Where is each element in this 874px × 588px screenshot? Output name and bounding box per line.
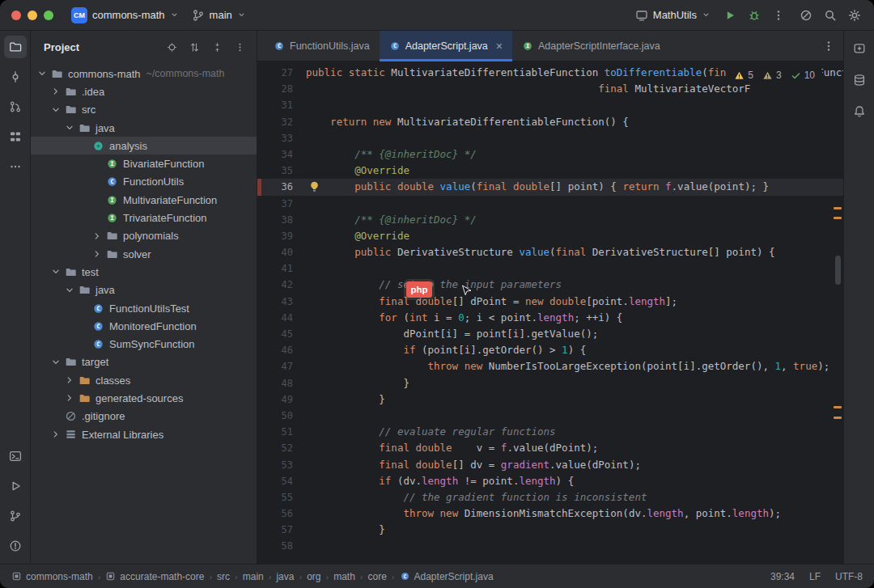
close-window-button[interactable] <box>11 11 21 20</box>
chevron-down-icon[interactable] <box>49 356 62 369</box>
code-editor[interactable]: 27public static MultivariateDifferentiab… <box>257 61 843 564</box>
code-line-57[interactable]: 57 } <box>257 522 843 538</box>
tree-item-trivariatefunction[interactable]: ITrivariateFunction <box>31 209 257 226</box>
scrollbar-thumb[interactable] <box>835 256 841 285</box>
code-line-48[interactable]: 48 } <box>257 375 843 391</box>
close-tab-icon[interactable]: × <box>496 40 503 52</box>
warning-stripe-mark[interactable] <box>834 217 842 219</box>
tree-item-src[interactable]: src <box>31 101 257 119</box>
notifications-tool-button[interactable] <box>848 100 871 123</box>
warning-stripe-mark[interactable] <box>834 417 842 419</box>
expand-all-button[interactable] <box>185 38 203 56</box>
tree-item-bivariatefunction[interactable]: IBivariateFunction <box>31 154 257 172</box>
commit-tool-button[interactable] <box>4 66 27 88</box>
code-line-43[interactable]: 43 final double[] dPoint = new double[po… <box>257 294 843 310</box>
panel-options-button[interactable] <box>231 38 248 56</box>
caret-position[interactable]: 39:34 <box>770 571 795 582</box>
tree-item-generated-sources[interactable]: generated-sources <box>31 389 257 407</box>
code-line-34[interactable]: 34 /** {@inheritDoc} */ <box>257 146 843 163</box>
code-line-52[interactable]: 52 final double v = f.value(dPoint); <box>257 440 843 456</box>
code-line-33[interactable]: 33 <box>257 130 843 146</box>
tree-item-functionutils[interactable]: CFunctionUtils <box>31 173 257 191</box>
tree-item-idea[interactable]: .idea <box>31 82 257 100</box>
line-separator[interactable]: LF <box>809 571 821 582</box>
warnings-count[interactable]: 5 <box>734 70 753 81</box>
file-encoding[interactable]: UTF-8 <box>835 571 863 582</box>
tree-item-classes[interactable]: classes <box>31 371 257 389</box>
chevron-right-icon[interactable] <box>49 428 62 441</box>
chevron-right-icon[interactable] <box>63 374 76 387</box>
chevron-down-icon[interactable] <box>36 67 49 80</box>
tab-functionutils-java[interactable]: CFunctionUtils.java <box>264 31 380 61</box>
code-line-36[interactable]: 36 public double value(final double[] po… <box>257 179 843 195</box>
passed-count[interactable]: 10 <box>791 70 815 81</box>
tree-item-functionutilstest[interactable]: CFunctionUtilsTest <box>31 299 257 317</box>
chevron-down-icon[interactable] <box>63 284 76 297</box>
breadcrumb-item-src[interactable]: src <box>217 571 230 582</box>
database-tool-button[interactable] <box>848 69 871 91</box>
zoom-window-button[interactable] <box>44 11 53 20</box>
run-config-widget[interactable]: MathUtils <box>629 6 717 25</box>
code-line-35[interactable]: 35 @Override <box>257 163 843 179</box>
chevron-down-icon[interactable] <box>63 121 76 134</box>
code-line-41[interactable]: 41 <box>257 260 843 277</box>
search-everywhere-button[interactable] <box>819 4 842 27</box>
code-line-54[interactable]: 54 if (dv.length != point.length) { <box>257 473 843 489</box>
code-line-40[interactable]: 40 public DerivativeStructure value(fina… <box>257 244 843 260</box>
breadcrumb-item-java[interactable]: java <box>276 571 294 582</box>
tree-item-monitoredfunction[interactable]: CMonitoredFunction <box>31 317 257 335</box>
code-with-me-button[interactable] <box>795 4 817 27</box>
code-line-51[interactable]: 51 // evaluate regular functions <box>257 424 843 440</box>
debug-button[interactable] <box>743 4 766 27</box>
tree-item-java[interactable]: java <box>31 281 257 299</box>
locate-file-button[interactable] <box>163 38 180 56</box>
more-run-actions-button[interactable] <box>767 4 790 27</box>
tree-item-multivariatefunction[interactable]: IMultivariateFunction <box>31 191 257 209</box>
structure-tool-button[interactable] <box>4 125 27 148</box>
tree-item-commons-math[interactable]: commons-math~/commons-math <box>31 65 257 82</box>
breadcrumb-item-org[interactable]: org <box>307 571 320 582</box>
breadcrumb-item-main[interactable]: main <box>243 571 264 582</box>
weak-warnings-count[interactable]: 3 <box>762 70 782 81</box>
tree-item-sumsyncfunction[interactable]: CSumSyncFunction <box>31 335 257 353</box>
vcs-branch-widget[interactable]: main <box>185 6 252 25</box>
code-line-46[interactable]: 46 if (point[i].getOrder() > 1) { <box>257 342 843 358</box>
tab-adapterscriptinterface-java[interactable]: IAdapterScriptInterface.java <box>512 31 670 61</box>
breadcrumb-item-accurate-math-core[interactable]: accurate-math-core <box>105 571 204 582</box>
breadcrumb-item-adapterscript-java[interactable]: CAdapterScript.java <box>400 571 494 582</box>
tab-adapterscript-java[interactable]: CAdapterScript.java× <box>380 31 512 61</box>
code-line-42[interactable]: 42 // set up the input parameters <box>257 277 843 293</box>
tab-options-button[interactable] <box>822 31 835 61</box>
code-line-28[interactable]: 28 final MultivariateVectorF <box>257 81 843 97</box>
tree-item-analysis[interactable]: analysis <box>31 137 257 154</box>
tree-item-test[interactable]: test <box>31 263 257 281</box>
chevron-right-icon[interactable] <box>63 391 76 404</box>
code-line-37[interactable]: 37 <box>257 196 843 212</box>
code-line-39[interactable]: 39 @Override <box>257 228 843 244</box>
more-tool-windows-button[interactable] <box>4 155 27 178</box>
intention-bulb-icon[interactable] <box>308 180 320 192</box>
chevron-down-icon[interactable] <box>49 265 62 278</box>
run-tool-button[interactable] <box>4 475 27 497</box>
settings-button[interactable] <box>843 4 866 27</box>
breadcrumb-item-math[interactable]: math <box>333 571 355 582</box>
code-line-45[interactable]: 45 dPoint[i] = point[i].getValue(); <box>257 326 843 342</box>
warning-stripe-mark[interactable] <box>834 406 842 408</box>
project-widget[interactable]: CM commons-math <box>65 4 185 27</box>
code-line-56[interactable]: 56 throw new DimensionMismatchException(… <box>257 506 843 522</box>
breadcrumb-item-core[interactable]: core <box>368 571 387 582</box>
breadcrumb-item-commons-math[interactable]: commons-math <box>11 571 93 582</box>
code-line-31[interactable]: 31 <box>257 97 843 113</box>
ai-assistant-tool-button[interactable] <box>848 37 871 60</box>
code-line-32[interactable]: 32 return new MultivariateDifferentiable… <box>257 114 843 130</box>
tree-item-target[interactable]: target <box>31 353 257 371</box>
tree-item-polynomials[interactable]: polynomials <box>31 227 257 245</box>
chevron-right-icon[interactable] <box>91 230 104 243</box>
chevron-right-icon[interactable] <box>49 85 62 98</box>
tree-item-gitignore[interactable]: .gitignore <box>31 408 257 425</box>
chevron-down-icon[interactable] <box>49 104 62 116</box>
code-line-53[interactable]: 53 final double[] dv = gradient.value(dP… <box>257 457 843 473</box>
code-line-38[interactable]: 38 /** {@inheritDoc} */ <box>257 212 843 228</box>
code-line-55[interactable]: 55 // the gradient function is inconsist… <box>257 489 843 506</box>
collapse-all-button[interactable] <box>208 38 226 56</box>
